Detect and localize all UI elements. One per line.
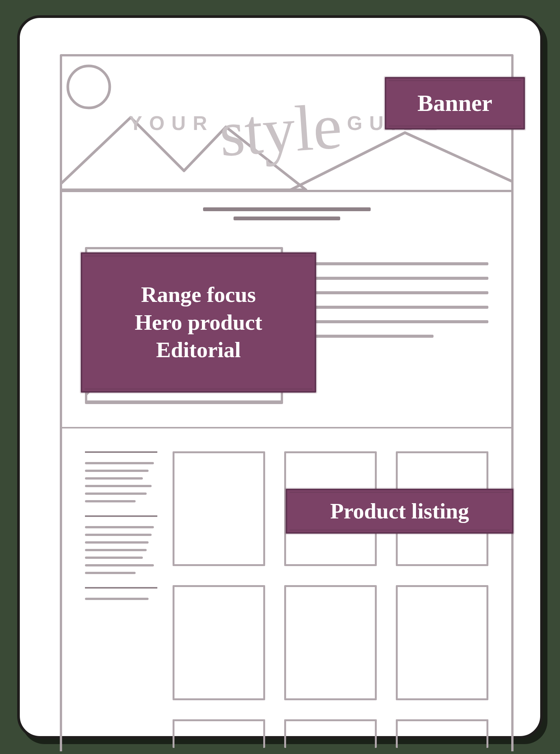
filter-group — [85, 587, 157, 613]
diagram-stage: YOUR style GUIDE — [0, 0, 560, 754]
svg-point-0 — [68, 66, 110, 108]
callout-label: Product listing — [330, 497, 469, 525]
brand-word-left: YOUR — [129, 112, 214, 135]
product-tile — [284, 585, 377, 700]
callout-label: Banner — [418, 88, 492, 118]
product-tile — [396, 585, 488, 700]
product-tile — [173, 585, 265, 700]
outer-card: YOUR style GUIDE — [17, 15, 543, 739]
callout-listing: Product listing — [286, 489, 514, 534]
callout-banner: Banner — [385, 77, 525, 130]
section-title-placeholder — [85, 207, 488, 220]
callout-editorial: Range focus Hero product Editorial — [81, 252, 316, 393]
wireframe-page: YOUR style GUIDE — [60, 54, 514, 751]
product-tile — [396, 719, 488, 748]
product-tile — [173, 719, 265, 748]
callout-label: Hero product — [135, 309, 262, 337]
product-tile — [284, 719, 377, 748]
hero-copy-placeholder — [306, 247, 488, 338]
brand-word-script: style — [218, 103, 343, 157]
listing-region — [62, 428, 511, 748]
callout-label: Range focus — [135, 281, 262, 309]
filter-group — [85, 451, 157, 515]
filter-group — [85, 515, 157, 587]
filters-sidebar — [85, 451, 157, 748]
product-tile — [173, 451, 265, 566]
callout-label: Editorial — [135, 336, 262, 364]
